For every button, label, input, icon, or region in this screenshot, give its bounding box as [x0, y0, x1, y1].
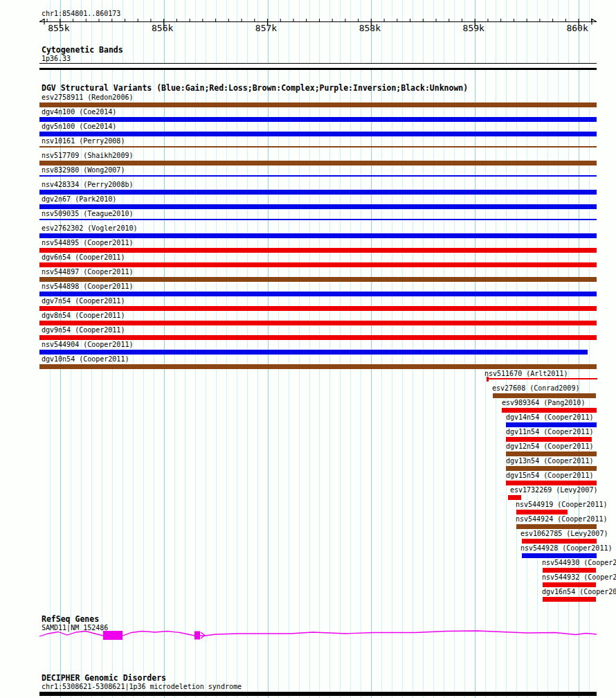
variant-bar[interactable]: [39, 233, 597, 238]
variant-label: dgv10n54 (Cooper2011): [42, 355, 129, 364]
variant-label: dgv14n54 (Cooper2011): [506, 413, 593, 422]
ruler-tick-label: 856k: [152, 23, 173, 33]
variant-label: dgv9n54 (Cooper2011): [42, 326, 125, 334]
variant-bar[interactable]: [39, 248, 597, 253]
genome-browser-view: chr1:854801..860173 855k856k857k858k859k…: [0, 0, 616, 698]
variant-label: dgv6n54 (Cooper2011): [42, 253, 125, 262]
variant-bar[interactable]: [39, 117, 597, 122]
variant-label: nsv509035 (Teague2010): [42, 210, 133, 218]
variant-bar[interactable]: [543, 582, 596, 587]
ruler[interactable]: 855k856k857k858k859k860k: [0, 0, 616, 35]
variant-label: dgv7n54 (Cooper2011): [42, 297, 125, 305]
variant-label: nsv832980 (Wong2007): [42, 166, 125, 174]
decipher-section-title: DECIPHER Genomic Disorders: [42, 674, 166, 682]
variant-label: nsv544895 (Cooper2011): [42, 239, 133, 247]
variant-label: nsv544904 (Cooper2011): [42, 341, 133, 349]
variant-bar[interactable]: [39, 219, 597, 220]
variant-bar[interactable]: [39, 175, 597, 177]
variant-bar[interactable]: [39, 132, 597, 136]
variant-label: nsv544932 (Cooper2011): [542, 573, 616, 582]
refseq-section-title: RefSeq Genes: [42, 615, 99, 623]
variant-label: dgv13n54 (Cooper2011): [506, 457, 593, 465]
variant-label: nsv517709 (Shaikh2009): [42, 152, 133, 160]
gene-model-glyph[interactable]: [0, 625, 616, 648]
variant-bar[interactable]: [39, 292, 597, 296]
gene-exon-large[interactable]: [103, 631, 123, 640]
variant-bar[interactable]: [39, 262, 597, 267]
variant-label: esv2762302 (Vogler2010): [42, 224, 137, 233]
variant-bar[interactable]: [39, 161, 597, 165]
variant-label: nsv544919 (Cooper2011): [516, 501, 607, 509]
variant-bar[interactable]: [39, 204, 597, 209]
variant-bar[interactable]: [487, 378, 597, 379]
variant-label: dgv5n100 (Coe2014): [42, 123, 116, 131]
decipher-entry-label: chr1:5308621-5308621|1p36 microdeletion …: [42, 683, 242, 691]
ruler-tick-label: 860k: [566, 23, 588, 33]
variant-bar[interactable]: [39, 350, 588, 355]
gene-intron-line: [39, 631, 597, 636]
variant-bar[interactable]: [39, 190, 597, 195]
variant-bar[interactable]: [39, 146, 597, 147]
variant-bar[interactable]: [39, 321, 597, 325]
variant-bar[interactable]: [543, 568, 596, 573]
variant-label: esv1062785 (Levy2007): [520, 530, 608, 538]
dgv-section-title: DGV Structural Variants (Blue:Gain;Red:L…: [42, 84, 468, 92]
variant-bar[interactable]: [506, 437, 592, 442]
variant-label: esv989364 (Pang2010): [502, 399, 585, 407]
variant-label: nsv544928 (Cooper2011): [520, 544, 612, 553]
variant-label: dgv4n100 (Coe2014): [42, 108, 116, 116]
variant-bar[interactable]: [516, 510, 568, 514]
variant-bar[interactable]: [516, 524, 597, 529]
variant-label: esv27608 (Conrad2009): [492, 384, 579, 393]
variant-label: dgv11n54 (Cooper2011): [506, 428, 593, 436]
variant-bar[interactable]: [506, 451, 597, 456]
ruler-tick-label: 858k: [359, 23, 381, 33]
variant-label: esv1732269 (Levy2007): [510, 486, 597, 494]
variant-bar[interactable]: [506, 466, 597, 471]
variant-bar[interactable]: [543, 597, 596, 602]
variant-bar[interactable]: [506, 422, 597, 427]
ruler-tick-label: 859k: [463, 23, 484, 33]
variant-bar[interactable]: [39, 277, 597, 282]
cytoband-glyph[interactable]: [39, 63, 597, 70]
variant-label: dgv12n54 (Cooper2011): [506, 442, 593, 451]
variant-bar[interactable]: [39, 102, 597, 107]
variant-label: nsv544897 (Cooper2011): [42, 268, 133, 276]
ruler-tick-label: 855k: [48, 23, 69, 33]
variant-label: nsv544930 (Cooper2011): [542, 559, 616, 567]
variant-bar[interactable]: [493, 393, 596, 398]
variant-label: dgv15n54 (Cooper2011): [506, 472, 593, 480]
variant-bar[interactable]: [39, 335, 597, 340]
variant-label: dgv16n54 (Cooper2011): [542, 588, 616, 596]
variant-bar[interactable]: [39, 306, 597, 311]
variant-label: nsv544898 (Cooper2011): [42, 283, 133, 291]
variant-bar[interactable]: [502, 408, 597, 413]
cytoband-label: 1p36.33: [42, 55, 71, 63]
variant-label: nsv428334 (Perry2008b): [42, 181, 133, 189]
variant-bar[interactable]: [522, 553, 597, 558]
variant-label: esv2758911 (Redon2006): [42, 93, 133, 102]
variant-label: nsv511670 (Arlt2011): [484, 370, 568, 378]
ruler-tick-label: 857k: [255, 23, 277, 33]
variant-label: nsv544924 (Cooper2011): [516, 515, 607, 524]
variant-bar[interactable]: [39, 364, 597, 369]
variant-bar[interactable]: [522, 539, 597, 544]
decipher-region-glyph[interactable]: [39, 692, 597, 696]
variant-bar[interactable]: [508, 495, 521, 500]
gene-exon-small[interactable]: [194, 632, 200, 640]
variant-bar[interactable]: [506, 481, 597, 485]
variant-label: dgv8n54 (Cooper2011): [42, 312, 125, 320]
variant-label: dgv2n67 (Park2010): [42, 195, 116, 204]
variant-label: nsv10161 (Perry2008): [42, 137, 125, 145]
cytogenetic-section-title: Cytogenetic Bands: [42, 46, 123, 54]
